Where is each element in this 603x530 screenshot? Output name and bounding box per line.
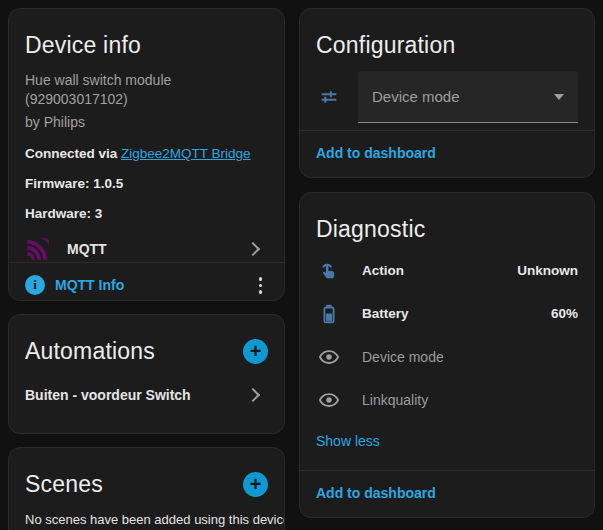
scenes-empty-text: No scenes have been added using this dev… [25, 512, 268, 527]
device-info-card: Device info Hue wall switch module (9290… [8, 8, 285, 301]
tune-icon [316, 84, 342, 110]
battery-icon [316, 301, 342, 327]
mqtt-integration-row[interactable]: MQTT [25, 236, 268, 262]
device-mode-select[interactable]: Device mode [358, 71, 578, 123]
show-less-link[interactable]: Show less [316, 433, 578, 449]
device-mode-row: Device mode [316, 71, 578, 123]
diag-add-to-dashboard-link[interactable]: Add to dashboard [316, 485, 436, 501]
automations-header: Automations + [25, 337, 268, 365]
firmware-line: Firmware: 1.0.5 [25, 175, 268, 192]
device-manufacturer: by Philips [25, 113, 268, 132]
mqtt-info-link[interactable]: i MQTT Info [25, 275, 124, 295]
diag-value: 60% [551, 306, 578, 321]
mqtt-icon [25, 236, 51, 262]
config-add-to-dashboard-link[interactable]: Add to dashboard [316, 145, 436, 161]
gesture-tap-icon [316, 258, 342, 284]
device-model: Hue wall switch module (929003017102) [25, 71, 268, 109]
mqtt-info-label: MQTT Info [55, 277, 124, 293]
automation-list-item[interactable]: Buiten - voordeur Switch [25, 387, 268, 403]
automation-label: Buiten - voordeur Switch [25, 387, 191, 403]
diagnostic-row-linkquality[interactable]: Linkquality [316, 378, 578, 421]
connected-via-link[interactable]: Zigbee2MQTT Bridge [121, 146, 251, 161]
add-automation-button[interactable]: + [243, 339, 268, 364]
device-mode-select-label: Device mode [372, 88, 460, 105]
connected-via-label: Connected via [25, 146, 121, 161]
chevron-down-icon [554, 94, 564, 100]
device-page: Device info Hue wall switch module (9290… [0, 0, 603, 530]
scenes-header: Scenes + [25, 470, 268, 498]
device-info-title: Device info [25, 31, 268, 59]
diag-value: Unknown [517, 263, 578, 278]
device-card-footer: i MQTT Info [9, 262, 284, 301]
eye-icon [316, 387, 342, 413]
scenes-title: Scenes [25, 470, 103, 498]
automations-title: Automations [25, 337, 155, 365]
diagnostic-title: Diagnostic [316, 215, 578, 243]
diag-label: Device mode [362, 349, 444, 365]
overflow-menu-icon[interactable] [253, 273, 269, 298]
scenes-card: Scenes + No scenes have been added using… [8, 447, 285, 530]
diagnostic-footer: Add to dashboard [300, 470, 594, 517]
info-icon: i [25, 275, 45, 295]
connected-via-line: Connected via Zigbee2MQTT Bridge [25, 145, 268, 162]
hardware-line: Hardware: 3 [25, 205, 268, 222]
diagnostic-row-battery[interactable]: Battery 60% [316, 292, 578, 335]
diag-label: Battery [362, 306, 409, 321]
chevron-right-icon [246, 388, 260, 402]
configuration-card: Configuration Device mode Add to das [299, 8, 595, 178]
diag-label: Action [362, 263, 404, 278]
diagnostic-row-device-mode[interactable]: Device mode [316, 335, 578, 378]
configuration-title: Configuration [316, 31, 578, 59]
left-column: Device info Hue wall switch module (9290… [8, 8, 285, 530]
diagnostic-rows: Action Unknown Battery 60% [316, 249, 578, 421]
automations-card: Automations + Buiten - voordeur Switch [8, 314, 285, 434]
diagnostic-row-action[interactable]: Action Unknown [316, 249, 578, 292]
add-scene-button[interactable]: + [243, 472, 268, 497]
diagnostic-card: Diagnostic Action Unknown [299, 192, 595, 518]
right-column: Configuration Device mode Add to das [299, 8, 595, 518]
configuration-footer: Add to dashboard [300, 130, 594, 177]
diag-label: Linkquality [362, 392, 428, 408]
mqtt-integration-label: MQTT [67, 241, 107, 257]
chevron-right-icon [246, 242, 260, 256]
eye-icon [316, 344, 342, 370]
